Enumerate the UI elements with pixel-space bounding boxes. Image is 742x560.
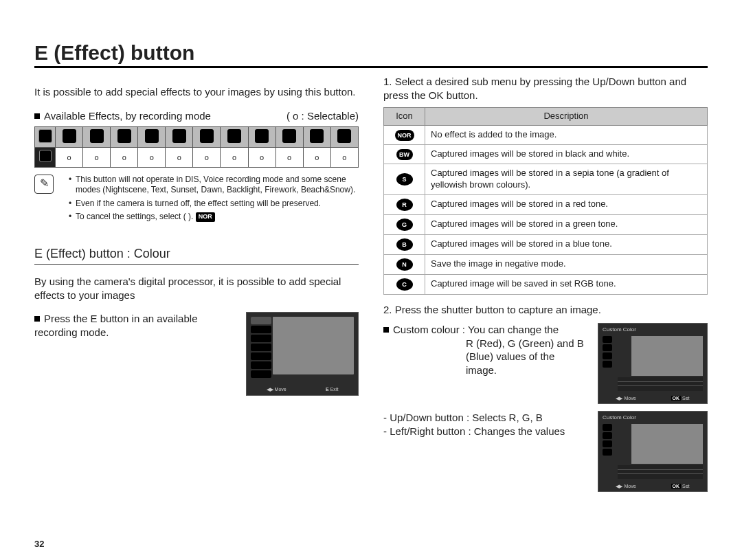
notes-list: This button will not operate in DIS, Voi…: [60, 175, 359, 225]
table-row: NSave the image in negative mode.: [384, 254, 708, 274]
mode-icon: [227, 129, 241, 143]
mode-icon: [200, 129, 214, 143]
nav-help-line: - Up/Down button : Selects R, G, B: [383, 411, 585, 425]
nav-help-line: - Left/Right button : Changes the values: [383, 425, 585, 438]
mode-icon: [63, 129, 76, 143]
mode-table: o o o o o o o o o o o: [34, 126, 359, 168]
press-e-label: Press the E button in an available recor…: [34, 312, 232, 396]
note-item: Even if the camera is turned off, the ef…: [69, 199, 359, 210]
selectable-legend: ( o : Selectable): [286, 109, 359, 123]
effect-icon-nor: NOR: [395, 130, 414, 141]
effect-icon-red: R: [396, 199, 413, 211]
color-menu-screenshot: COLOR ◀▶ Move E Exit: [246, 312, 359, 396]
mode-icon: [90, 129, 104, 143]
nor-icon: NOR: [196, 212, 215, 222]
mode-cell: o: [276, 148, 303, 167]
mode-icon: [172, 129, 186, 143]
step-2: 2. Press the shutter button to capture a…: [383, 303, 708, 317]
mode-cell: o: [193, 148, 221, 167]
mode-cell: o: [83, 148, 111, 167]
colour-intro: By using the camera's digital processor,…: [34, 275, 359, 302]
colour-subheading: E (Effect) button : Colour: [34, 246, 359, 265]
note-item: To cancel the settings, select ( ). NOR: [69, 212, 359, 223]
left-column: It is possible to add special effects to…: [34, 75, 359, 499]
custom-color-screenshot-2: Custom Color ◀▶ MoveOK Set: [598, 411, 708, 492]
page-title: E (Effect) button: [34, 41, 708, 68]
effect-icon-green: G: [396, 219, 413, 231]
page-number: 32: [34, 539, 44, 549]
table-row: NORNo effect is added to the image.: [384, 125, 708, 144]
custom-color-screenshot-1: Custom Color ◀▶ MoveOK Set: [598, 323, 708, 404]
effect-icon-blue: B: [396, 238, 413, 251]
note-item: This button will not operate in DIS, Voi…: [69, 175, 359, 196]
mode-icon: [117, 129, 131, 143]
mode-icon: [310, 129, 324, 143]
mode-cell: o: [330, 148, 358, 167]
table-row: GCaptured images will be stored in a gre…: [384, 214, 708, 234]
th-icon: Icon: [384, 108, 425, 126]
table-row: SCaptured images will be stored in a sep…: [384, 164, 708, 194]
table-row: BWCaptured images will be stored in blac…: [384, 144, 708, 164]
effects-table: Icon Description NORNo effect is added t…: [383, 107, 708, 295]
table-row: BCaptured images will be stored in a blu…: [384, 234, 708, 254]
mode-cell: o: [221, 148, 248, 167]
mode-cell: o: [138, 148, 166, 167]
effect-icon-custom: C: [396, 278, 413, 291]
mode-icon: [255, 129, 269, 143]
mode-icon: [145, 129, 159, 143]
mode-icon: [337, 129, 351, 143]
effect-icon-negative: N: [396, 258, 413, 271]
effect-row-icon: [39, 150, 52, 162]
mode-cell: o: [303, 148, 330, 167]
custom-colour-label-2: R (Red), G (Green) and B (Blue) values o…: [466, 337, 585, 377]
preview-photo: [631, 424, 703, 464]
mode-cell: o: [111, 148, 138, 167]
intro-text: It is possible to add special effects to…: [34, 85, 359, 99]
table-row: CCaptured image will be saved in set RGB…: [384, 274, 708, 294]
preview-photo: [273, 317, 354, 374]
effect-icon-bw: BW: [396, 149, 413, 160]
effect-icon-sepia: S: [396, 173, 413, 186]
available-effects-label: Available Effects, by recording mode: [34, 109, 211, 123]
right-column: 1. Select a desired sub menu by pressing…: [383, 75, 708, 499]
mode-cell: o: [248, 148, 276, 167]
step-1: 1. Select a desired sub menu by pressing…: [383, 75, 708, 102]
custom-colour-label: Custom colour : You can change the: [393, 324, 559, 335]
palette-icon: [38, 129, 52, 143]
mode-icon: [282, 129, 296, 143]
preview-photo: [631, 336, 703, 376]
th-desc: Description: [425, 108, 708, 126]
mode-cell: o: [56, 148, 83, 167]
note-icon: [34, 175, 54, 194]
table-row: RCaptured images will be stored in a red…: [384, 194, 708, 214]
mode-cell: o: [166, 148, 193, 167]
